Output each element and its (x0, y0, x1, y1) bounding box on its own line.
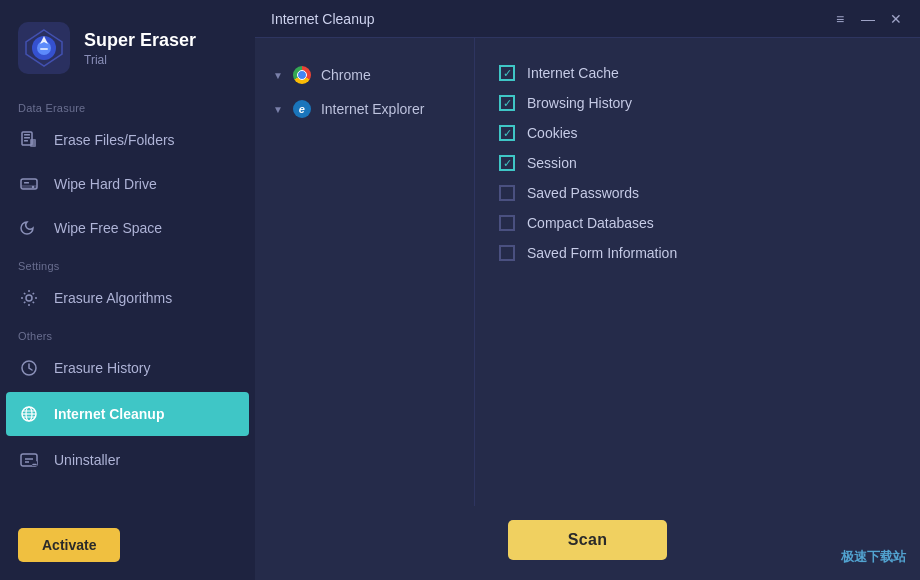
sidebar-item-label-internet-cleanup: Internet Cleanup (54, 406, 164, 422)
gear-icon (18, 287, 40, 309)
sidebar-item-label-uninstaller: Uninstaller (54, 452, 120, 468)
app-logo (18, 22, 70, 74)
option-browsing-history: ✓ Browsing History (499, 88, 896, 118)
sidebar-item-label-erasure-history: Erasure History (54, 360, 150, 376)
checkbox-saved-form-information[interactable] (499, 245, 515, 261)
option-compact-databases: Compact Databases (499, 208, 896, 238)
checkbox-saved-passwords[interactable] (499, 185, 515, 201)
checkbox-browsing-history[interactable]: ✓ (499, 95, 515, 111)
chrome-icon (293, 66, 311, 84)
chrome-collapse-arrow: ▼ (273, 70, 283, 81)
minimize-button[interactable]: — (860, 11, 876, 27)
sidebar-item-erasure-history[interactable]: Erasure History (0, 346, 255, 390)
checkbox-compact-databases[interactable] (499, 215, 515, 231)
checkbox-cookies[interactable]: ✓ (499, 125, 515, 141)
menu-button[interactable]: ≡ (832, 11, 848, 27)
svg-rect-8 (24, 137, 30, 139)
app-name: Super Eraser (84, 30, 196, 51)
sidebar-item-erasure-algorithms[interactable]: Erasure Algorithms (0, 276, 255, 320)
checkbox-internet-cache[interactable]: ✓ (499, 65, 515, 81)
option-label-saved-form-information: Saved Form Information (527, 245, 677, 261)
option-label-internet-cache: Internet Cache (527, 65, 619, 81)
file-icon (18, 129, 40, 151)
scan-footer: Scan (255, 506, 920, 580)
sidebar-item-label-wipe-hard-drive: Wipe Hard Drive (54, 176, 157, 192)
options-panel: ✓ Internet Cache ✓ Browsing History ✓ Co… (475, 38, 920, 506)
main-content: Internet Cleanup ≡ — ✕ ▼ Chrome ▼ e Inte… (255, 0, 920, 580)
section-others: Others (0, 320, 255, 346)
section-data-erasure: Data Erasure (0, 92, 255, 118)
sidebar-item-wipe-free-space[interactable]: Wipe Free Space (0, 206, 255, 250)
option-label-saved-passwords: Saved Passwords (527, 185, 639, 201)
option-cookies: ✓ Cookies (499, 118, 896, 148)
globe-icon (18, 403, 40, 425)
app-header: Super Eraser Trial (0, 0, 255, 92)
sidebar-item-label-erase-files: Erase Files/Folders (54, 132, 175, 148)
svg-rect-9 (24, 140, 28, 142)
svg-rect-5 (40, 48, 48, 50)
watermark: 极速下载站 (841, 548, 906, 566)
option-saved-passwords: Saved Passwords (499, 178, 896, 208)
activate-button[interactable]: Activate (18, 528, 120, 562)
svg-point-13 (32, 186, 34, 188)
sidebar-item-wipe-hard-drive[interactable]: Wipe Hard Drive (0, 162, 255, 206)
option-label-browsing-history: Browsing History (527, 95, 632, 111)
option-label-cookies: Cookies (527, 125, 578, 141)
sidebar-item-uninstaller[interactable]: Uninstaller (0, 438, 255, 482)
sidebar-item-erase-files[interactable]: Erase Files/Folders (0, 118, 255, 162)
svg-rect-14 (24, 182, 29, 184)
svg-rect-12 (21, 185, 37, 189)
clock-icon (18, 357, 40, 379)
sidebar-item-label-erasure-algorithms: Erasure Algorithms (54, 290, 172, 306)
ie-collapse-arrow: ▼ (273, 104, 283, 115)
ie-icon: e (293, 100, 311, 118)
drive-icon (18, 173, 40, 195)
browser-item-ie[interactable]: ▼ e Internet Explorer (269, 92, 460, 126)
window-controls: ≡ — ✕ (832, 11, 904, 27)
close-button[interactable]: ✕ (888, 11, 904, 27)
ie-label: Internet Explorer (321, 101, 425, 117)
section-settings: Settings (0, 250, 255, 276)
checkbox-session[interactable]: ✓ (499, 155, 515, 171)
option-session: ✓ Session (499, 148, 896, 178)
option-label-session: Session (527, 155, 577, 171)
option-saved-form-information: Saved Form Information (499, 238, 896, 268)
sidebar: Super Eraser Trial Data Erasure Erase Fi… (0, 0, 255, 580)
window-title: Internet Cleanup (271, 11, 375, 27)
svg-rect-10 (30, 139, 36, 147)
title-bar: Internet Cleanup ≡ — ✕ (255, 0, 920, 38)
sidebar-item-internet-cleanup[interactable]: Internet Cleanup (6, 392, 249, 436)
browser-item-chrome[interactable]: ▼ Chrome (269, 58, 460, 92)
option-label-compact-databases: Compact Databases (527, 215, 654, 231)
svg-point-15 (26, 295, 32, 301)
content-area: ▼ Chrome ▼ e Internet Explorer ✓ Interne… (255, 38, 920, 506)
app-title-block: Super Eraser Trial (84, 30, 196, 67)
moon-icon (18, 217, 40, 239)
app-edition: Trial (84, 53, 196, 67)
chrome-label: Chrome (321, 67, 371, 83)
uninstall-icon (18, 449, 40, 471)
browser-panel: ▼ Chrome ▼ e Internet Explorer (255, 38, 475, 506)
sidebar-item-label-wipe-free-space: Wipe Free Space (54, 220, 162, 236)
svg-rect-7 (24, 134, 30, 136)
scan-button[interactable]: Scan (508, 520, 668, 560)
option-internet-cache: ✓ Internet Cache (499, 58, 896, 88)
